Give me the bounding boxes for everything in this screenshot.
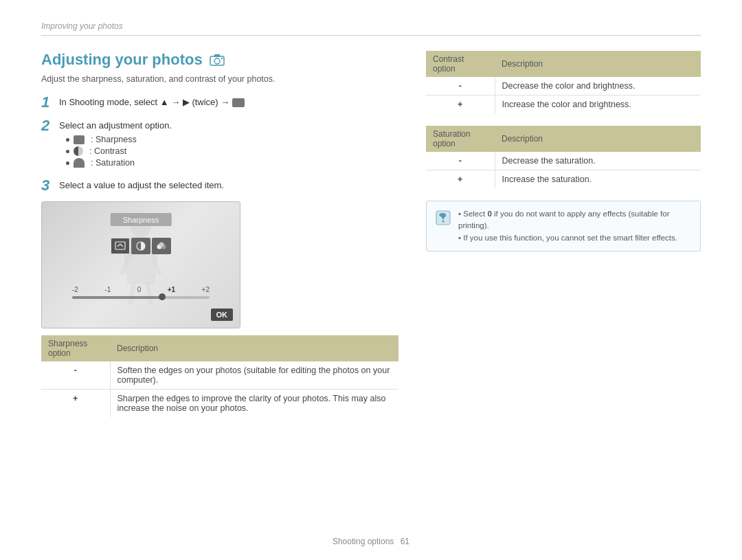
right-column: Contrast option Description - Decrease t… (426, 51, 701, 429)
slider-area: -2 -1 0 +1 +2 (72, 286, 210, 299)
contrast-desc-plus: Increase the color and brightness. (495, 96, 701, 114)
section-title: Adjusting your photos (41, 51, 398, 69)
icon-contrast[interactable] (131, 238, 150, 254)
table-row: - Decrease the saturation. (426, 152, 701, 170)
svg-rect-5 (115, 242, 125, 249)
bullet-dot-2 (66, 150, 69, 153)
saturation-icon (74, 158, 85, 168)
svg-point-11 (442, 221, 445, 223)
sharpness-option-plus: + (41, 390, 110, 418)
slider-val-2: -1 (104, 286, 111, 293)
step1-icon (232, 98, 245, 107)
contrast-col2: Description (495, 51, 701, 77)
note-box: • Select 0 if you do not want to apply a… (426, 201, 701, 251)
sharpness-desc-minus: Soften the edges on your photos (suitabl… (110, 361, 398, 390)
ok-button[interactable]: OK (211, 309, 234, 321)
contrast-desc-minus: Decrease the color and brightness. (495, 77, 701, 96)
slider-val-4: +1 (168, 286, 175, 293)
breadcrumb-area: Improving your photos (41, 21, 701, 36)
contrast-option-plus: + (426, 96, 495, 114)
icon-bar (111, 238, 171, 254)
sharpness-desc-plus: Sharpen the edges to improve the clarity… (110, 390, 398, 418)
step3-text: Select a value to adjust the selected it… (59, 180, 224, 190)
saturation-table: Saturation option Description - Decrease… (426, 126, 701, 188)
bullet-dot (66, 138, 69, 142)
adjustment-options-list: : Sharpness : Contrast : Saturation (59, 135, 172, 168)
sharpness-label: Sharpness (123, 216, 159, 224)
bullet-dot-3 (66, 161, 69, 165)
contrast-table: Contrast option Description - Decrease t… (426, 51, 701, 113)
step-1: 1 In Shooting mode, select ▲ → ▶ (twice)… (41, 95, 398, 110)
sharpness-option-minus: - (41, 361, 110, 390)
page-title: Adjusting your photos (41, 51, 203, 69)
saturation-col2: Description (495, 126, 701, 152)
slider-val-5: +2 (202, 286, 210, 293)
sharpness-col2: Description (110, 335, 398, 361)
contrast-icon (74, 146, 83, 156)
step1-text: In Shooting mode, select ▲ → ▶ (twice) → (59, 97, 232, 107)
camera-display: Sharpness (41, 201, 240, 328)
footer: Shooting options 61 (0, 537, 742, 546)
table-row: + Increase the color and brightness. (426, 96, 701, 114)
sharpness-icon (74, 135, 85, 144)
sharpness-col1: Sharpness option (41, 335, 110, 361)
camera-icon (210, 54, 225, 66)
table-row: + Increase the saturation. (426, 170, 701, 189)
slider-fill (72, 296, 161, 299)
step-2: 2 Select an adjustment option. : Sharpne… (41, 118, 398, 170)
svg-point-9 (159, 243, 164, 247)
icon-saturation[interactable] (152, 238, 171, 254)
camera-display-inner: Sharpness (42, 202, 240, 328)
main-content: Adjusting your photos Adjust the sharpne… (41, 51, 701, 429)
sharpness-table-area: Sharpness option Description - Soften th… (41, 335, 398, 417)
contrast-col1: Contrast option (426, 51, 495, 77)
note-line-1: • Select 0 if you do not want to apply a… (458, 210, 670, 229)
icon-sharpness[interactable] (111, 238, 130, 254)
table-row: - Decrease the color and brightness. (426, 77, 701, 96)
footer-page-number: 61 (401, 537, 409, 546)
svg-point-1 (214, 58, 220, 64)
sharpness-bar: Sharpness (111, 213, 172, 226)
left-column: Adjusting your photos Adjust the sharpne… (41, 51, 398, 429)
sharpness-table: Sharpness option Description - Soften th… (41, 335, 398, 417)
table-row: - Soften the edges on your photos (suita… (41, 361, 398, 390)
option-sharpness: : Sharpness (66, 135, 172, 144)
saturation-option-minus: - (426, 152, 495, 170)
svg-rect-2 (214, 54, 220, 57)
page: Improving your photos Adjusting your pho… (0, 0, 742, 560)
table-row: + Sharpen the edges to improve the clari… (41, 390, 398, 418)
slider-val-3: 0 (137, 286, 142, 293)
slider-track[interactable] (72, 296, 210, 299)
step-3: 3 Select a value to adjust the selected … (41, 178, 398, 193)
option-contrast: : Contrast (66, 146, 172, 156)
slider-labels: -2 -1 0 +1 +2 (72, 286, 210, 293)
note-icon (435, 210, 451, 226)
step2-text: Select an adjustment option. (59, 120, 172, 131)
option-saturation: : Saturation (66, 158, 172, 168)
slider-val-1: -2 (72, 286, 78, 293)
saturation-option-plus: + (426, 170, 495, 189)
svg-point-3 (221, 58, 222, 59)
breadcrumb: Improving your photos (41, 21, 123, 31)
intro-text: Adjust the sharpness, saturation, and co… (41, 74, 398, 84)
saturation-col1: Saturation option (426, 126, 495, 152)
contrast-option-minus: - (426, 77, 495, 96)
saturation-desc-minus: Decrease the saturation. (495, 152, 701, 170)
note-content: • Select 0 if you do not want to apply a… (458, 208, 692, 244)
note-line-2: • If you use this function, you cannot s… (458, 234, 677, 242)
footer-text: Shooting options (333, 537, 394, 546)
saturation-desc-plus: Increase the saturation. (495, 170, 701, 189)
slider-thumb[interactable] (159, 293, 166, 300)
